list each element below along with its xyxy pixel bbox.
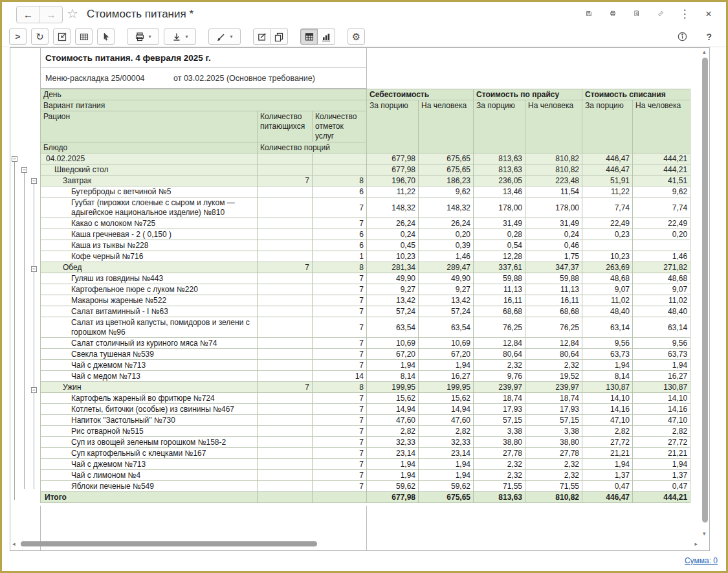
row-value[interactable]: 1,94: [582, 459, 633, 470]
row-value[interactable]: 7: [313, 306, 367, 317]
row-value[interactable]: 1,94: [367, 470, 419, 481]
row-label[interactable]: Завтрак: [41, 175, 258, 186]
row-value[interactable]: 7: [313, 404, 367, 415]
row-value[interactable]: 57,15: [525, 415, 582, 426]
row-value[interactable]: 26,24: [419, 218, 474, 229]
row-value[interactable]: 675,65: [419, 153, 474, 164]
row-value[interactable]: 199,95: [419, 382, 474, 393]
row-value[interactable]: [258, 360, 313, 371]
autofit-button[interactable]: [53, 28, 71, 45]
row-value[interactable]: 2,32: [474, 360, 525, 371]
row-value[interactable]: [258, 229, 313, 240]
row-value[interactable]: 7,74: [582, 197, 633, 218]
header-per-person[interactable]: На человека: [633, 100, 690, 153]
row-value[interactable]: 16,11: [525, 295, 582, 306]
row-value[interactable]: [313, 164, 367, 175]
row-value[interactable]: 0,45: [367, 240, 419, 251]
row-value[interactable]: [258, 371, 313, 382]
row-value[interactable]: 7: [313, 284, 367, 295]
forward-button[interactable]: →: [39, 6, 62, 23]
header-per-person[interactable]: На человека: [525, 100, 582, 153]
print-button[interactable]: [606, 6, 620, 21]
header-qty-portions[interactable]: Количество порций: [258, 142, 367, 153]
row-value[interactable]: 7: [313, 197, 367, 218]
row-value[interactable]: 675,65: [419, 164, 474, 175]
row-value[interactable]: 11,22: [582, 186, 633, 197]
row-value[interactable]: 10,69: [367, 338, 419, 349]
row-value[interactable]: 9,56: [633, 338, 690, 349]
row-value[interactable]: 14,94: [419, 404, 474, 415]
header-day[interactable]: День: [41, 89, 367, 100]
row-label[interactable]: Гуубат (пирожки слоеные с сыром и луком …: [41, 197, 258, 218]
row-value[interactable]: 6: [313, 240, 367, 251]
row-value[interactable]: 63,14: [633, 317, 690, 338]
row-label[interactable]: Рис отварной №515: [41, 426, 258, 437]
row-value[interactable]: 57,24: [419, 306, 474, 317]
row-value[interactable]: 15,62: [367, 393, 419, 404]
header-qty-marks[interactable]: Количество отметок услуг: [313, 111, 367, 142]
horizontal-scrollbar[interactable]: ◂ ▸: [10, 539, 699, 548]
row-value[interactable]: 59,88: [525, 273, 582, 284]
row-value[interactable]: 9,76: [474, 371, 525, 382]
row-value[interactable]: [582, 240, 633, 251]
row-value[interactable]: 22,49: [582, 218, 633, 229]
header-per-portion[interactable]: За порцию: [474, 100, 525, 153]
row-value[interactable]: 7: [258, 175, 313, 186]
row-value[interactable]: 8: [313, 175, 367, 186]
row-value[interactable]: 1,46: [419, 251, 474, 262]
row-label[interactable]: Напиток "Застольный" №730: [41, 415, 258, 426]
row-value[interactable]: 677,98: [367, 153, 419, 164]
row-value[interactable]: 10,23: [582, 251, 633, 262]
row-value[interactable]: 8,14: [582, 371, 633, 382]
row-value[interactable]: 7: [313, 349, 367, 360]
row-value[interactable]: 49,90: [367, 273, 419, 284]
row-value[interactable]: 7: [313, 470, 367, 481]
row-value[interactable]: [258, 218, 313, 229]
row-value[interactable]: 38,80: [525, 437, 582, 448]
row-value[interactable]: 63,54: [367, 317, 419, 338]
row-value[interactable]: 7: [313, 437, 367, 448]
row-value[interactable]: 47,60: [367, 415, 419, 426]
row-value[interactable]: 813,63: [474, 164, 525, 175]
row-value[interactable]: [258, 404, 313, 415]
row-value[interactable]: 7: [258, 382, 313, 393]
row-value[interactable]: 7: [313, 295, 367, 306]
row-value[interactable]: [258, 437, 313, 448]
row-label[interactable]: Каша гречневая - 2 ( 0,150 ): [41, 229, 258, 240]
row-value[interactable]: 15,62: [419, 393, 474, 404]
row-value[interactable]: 48,40: [633, 306, 690, 317]
row-value[interactable]: [258, 284, 313, 295]
row-value[interactable]: 18,74: [525, 393, 582, 404]
row-value[interactable]: 2,82: [367, 426, 419, 437]
scroll-left-arrow[interactable]: ◂: [12, 541, 16, 547]
table-view-button[interactable]: [300, 28, 318, 45]
row-value[interactable]: 59,88: [474, 273, 525, 284]
row-value[interactable]: 38,80: [474, 437, 525, 448]
row-value[interactable]: [258, 153, 313, 164]
row-label[interactable]: Яблоки печеные №549: [41, 481, 258, 492]
row-value[interactable]: 7: [313, 459, 367, 470]
row-value[interactable]: 281,34: [367, 262, 419, 273]
row-value[interactable]: 7: [313, 273, 367, 284]
row-value[interactable]: 813,63: [474, 153, 525, 164]
header-price-list[interactable]: Стоимость по прайсу: [474, 89, 582, 100]
row-value[interactable]: 16,27: [633, 371, 690, 382]
vertical-scrollbar[interactable]: ▴ ▾: [701, 49, 709, 537]
row-value[interactable]: 337,61: [474, 262, 525, 273]
row-value[interactable]: [258, 164, 313, 175]
report-title[interactable]: Стоимость питания. 4 февраля 2025 г.: [41, 48, 366, 68]
row-label[interactable]: Картофельное пюре с луком №220: [41, 284, 258, 295]
row-value[interactable]: 444,21: [633, 492, 690, 503]
row-value[interactable]: 0,39: [419, 240, 474, 251]
row-value[interactable]: [258, 448, 313, 459]
row-value[interactable]: 16,27: [419, 371, 474, 382]
expand-panel-button[interactable]: >: [9, 28, 27, 45]
print-menu-button[interactable]: ▾: [127, 28, 159, 45]
collapse-toggle-variant[interactable]: −: [21, 167, 27, 173]
row-value[interactable]: 178,00: [525, 197, 582, 218]
row-value[interactable]: 49,90: [419, 273, 474, 284]
row-value[interactable]: 80,64: [525, 349, 582, 360]
row-value[interactable]: 47,10: [582, 415, 633, 426]
row-value[interactable]: 6: [313, 229, 367, 240]
row-value[interactable]: 63,14: [582, 317, 633, 338]
